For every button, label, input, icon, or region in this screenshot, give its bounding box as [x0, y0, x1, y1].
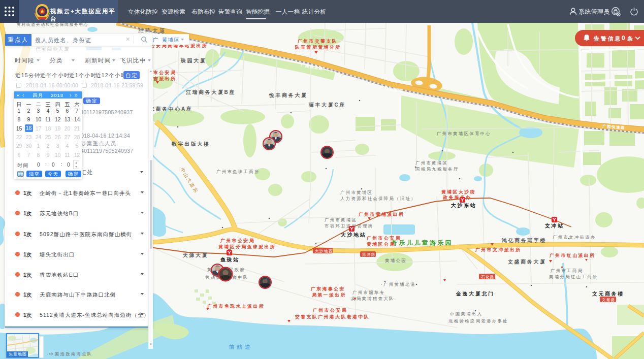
- svg-text:广州市红山派出所: 广州市红山派出所: [549, 253, 595, 258]
- svg-text:石化路: 石化路: [481, 275, 495, 279]
- svg-text:黄埔公园: 黄埔公园: [384, 258, 407, 263]
- svg-text:广州市公安局: 广州市公安局: [220, 238, 255, 243]
- svg-text:金逸大厦北门: 金逸大厦北门: [456, 291, 495, 297]
- svg-text:黄埔区大沙街: 黄埔区大沙街: [441, 189, 476, 194]
- svg-text:黄埔区分局: 黄埔区分局: [367, 242, 396, 247]
- svg-text:鱼珠站: 鱼珠站: [220, 257, 240, 263]
- svg-text:文盛商务大厦: 文盛商务大厦: [507, 259, 546, 265]
- svg-text:黄埔区分局鱼珠派出所: 黄埔区分局鱼珠派出所: [218, 244, 276, 249]
- svg-text:大沙东站: 大沙东站: [450, 203, 476, 208]
- svg-text:人力资源和社会保障局（旧址）: 人力资源和社会保障局（旧址）: [340, 196, 416, 201]
- svg-text:·中国渔政南海总队: ·中国渔政南海总队: [47, 351, 93, 356]
- svg-text:吉派出所: 吉派出所: [153, 76, 176, 81]
- svg-text:广州市鱼珠水上派出所: 广州市鱼珠水上派出所: [207, 304, 265, 309]
- svg-text:广州市公安局: 广州市公安局: [312, 307, 347, 313]
- svg-text:广州市黄埔区: 广州市黄埔区: [325, 217, 357, 222]
- svg-text:鸿亿商务写字楼: 鸿亿商务写字楼: [501, 237, 546, 243]
- svg-text:广州市黄埔区: 广州市黄埔区: [340, 190, 373, 195]
- svg-text:境检验检疫局老港办事处: 境检验检疫局老港办事处: [448, 318, 508, 323]
- svg-text:珠园大厦: 珠园大厦: [180, 58, 206, 63]
- svg-text:·广州黄埔老港: ·广州黄埔老港: [381, 282, 416, 287]
- svg-text:文冲站: 文冲站: [544, 223, 564, 229]
- svg-text:文船路: 文船路: [602, 298, 616, 302]
- svg-text:广州市黄埔区体育中心: 广州市黄埔区体育中心: [437, 131, 491, 136]
- svg-text:江瑞商务大厦B座: 江瑞商务大厦B座: [185, 89, 236, 95]
- svg-text:悦丰商务大厦: 悦丰商务大厦: [269, 92, 308, 98]
- svg-text:广州市黄埔区: 广州市黄埔区: [415, 160, 448, 166]
- svg-text:骊丰大厦C座: 骊丰大厦C座: [308, 102, 346, 108]
- svg-text:广州市烟草专: 广州市烟草专: [352, 290, 385, 295]
- svg-text:交警支队广州港大队老港中队: 交警支队广州港大队老港中队: [295, 314, 370, 319]
- svg-text:广东海事公安: 广东海事公安: [310, 286, 345, 291]
- svg-text:政务服务办: 政务服务办: [442, 195, 472, 200]
- svg-text:数字出版大楼: 数字出版大楼: [171, 141, 210, 147]
- svg-text:大沙地站: 大沙地站: [340, 232, 366, 238]
- svg-text:局第一派出所: 局第一派出所: [311, 292, 346, 298]
- svg-text:广州市工商局: 广州市工商局: [551, 268, 583, 273]
- svg-text:大沙地西: 大沙地西: [315, 249, 333, 253]
- svg-text:天源大厦: 天源大厦: [182, 252, 208, 258]
- svg-text:中国黄埔出入: 中国黄埔出入: [450, 311, 482, 316]
- svg-text:朱商务中心A座: 朱商务中心A座: [149, 106, 192, 112]
- svg-text:广州市鱼珠工商所: 广州市鱼珠工商所: [216, 169, 260, 174]
- svg-text:黄埔分局红山工商所: 黄埔分局红山工商所: [549, 274, 598, 279]
- svg-text:胜晖大厦: 胜晖大厦: [138, 27, 166, 34]
- svg-text:国税局九税服务厅: 国税局九税服务厅: [415, 167, 459, 172]
- svg-text:港湾路: 港湾路: [362, 252, 376, 257]
- svg-text:广州市黄埔派出所: 广州市黄埔派出所: [358, 212, 404, 217]
- svg-text:队车管所黄埔分所: 队车管所黄埔分所: [295, 44, 341, 50]
- svg-text:广州市文冲派出所: 广州市文冲派出所: [475, 247, 521, 252]
- svg-text:卖局黄埔稽查大队: 卖局黄埔稽查大队: [351, 296, 395, 301]
- svg-text:文元商务楼: 文元商务楼: [592, 291, 624, 297]
- svg-text:广州市公安局: 广州市公安局: [366, 235, 401, 241]
- svg-text:黄村街道劳动和社会保障服务中心: 黄村街道劳动和社会保障服务中心: [17, 22, 88, 27]
- svg-text:广州市交警支队: 广州市交警支队: [297, 39, 338, 44]
- svg-text:前航道: 前航道: [229, 344, 253, 350]
- svg-text:广州市文冲街道办: 广州市文冲街道办: [553, 235, 596, 240]
- svg-text:市公安局: 市公安局: [153, 70, 176, 75]
